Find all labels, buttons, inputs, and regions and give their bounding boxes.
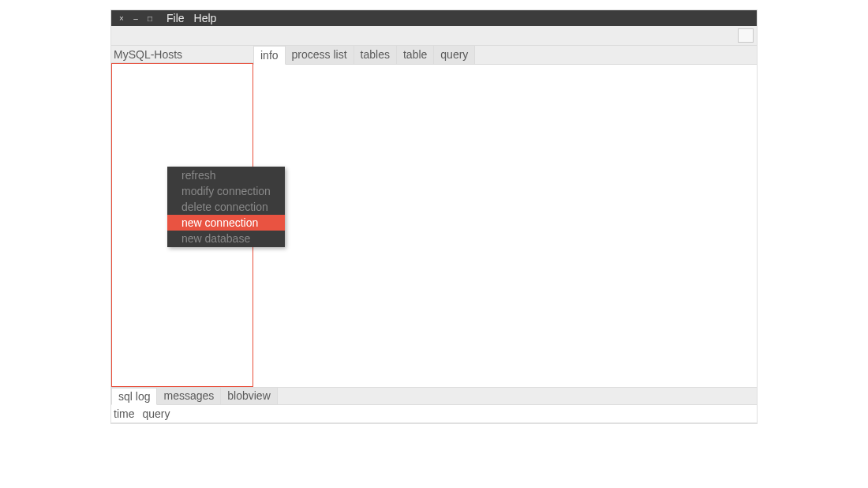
sidebar: MySQL-Hosts refresh modify connection de… xyxy=(111,46,253,387)
content: info process list tables table query xyxy=(253,46,757,387)
maximize-icon[interactable]: □ xyxy=(144,13,155,24)
window-controls: × – □ xyxy=(116,13,155,24)
menu-help[interactable]: Help xyxy=(191,12,220,24)
ctx-refresh[interactable]: refresh xyxy=(167,167,285,183)
ctx-new-connection[interactable]: new connection xyxy=(167,215,285,231)
tab-table[interactable]: table xyxy=(397,46,434,64)
hosts-tree[interactable]: refresh modify connection delete connect… xyxy=(111,63,253,387)
log-col-time: time xyxy=(114,407,142,420)
content-body xyxy=(253,65,757,387)
app-window: × – □ File Help MySQL-Hosts refresh modi… xyxy=(110,9,758,424)
menubar: File Help xyxy=(163,12,219,24)
tab-blobview[interactable]: blobview xyxy=(221,388,277,404)
log-col-query: query xyxy=(142,407,178,420)
bottom-panel: sql log messages blobview time query xyxy=(111,387,757,423)
ctx-modify-connection[interactable]: modify connection xyxy=(167,183,285,199)
content-tabs: info process list tables table query xyxy=(253,46,757,65)
titlebar: × – □ File Help xyxy=(111,10,757,26)
tab-process-list[interactable]: process list xyxy=(286,46,354,64)
tab-messages[interactable]: messages xyxy=(157,388,221,404)
toolbar-button[interactable] xyxy=(738,28,754,43)
tab-query[interactable]: query xyxy=(434,46,475,64)
tab-info[interactable]: info xyxy=(253,46,286,65)
tab-tables[interactable]: tables xyxy=(354,46,397,64)
sidebar-header: MySQL-Hosts xyxy=(111,46,253,63)
tab-sql-log[interactable]: sql log xyxy=(111,388,157,405)
toolbar xyxy=(111,26,757,46)
ctx-delete-connection[interactable]: delete connection xyxy=(167,199,285,215)
bottom-tabs: sql log messages blobview xyxy=(111,388,757,405)
context-menu: refresh modify connection delete connect… xyxy=(167,167,285,247)
main-area: MySQL-Hosts refresh modify connection de… xyxy=(111,46,757,387)
menu-file[interactable]: File xyxy=(163,12,188,24)
close-icon[interactable]: × xyxy=(116,13,127,24)
log-columns-header: time query xyxy=(111,405,757,423)
minimize-icon[interactable]: – xyxy=(130,13,141,24)
ctx-new-database[interactable]: new database xyxy=(167,231,285,246)
